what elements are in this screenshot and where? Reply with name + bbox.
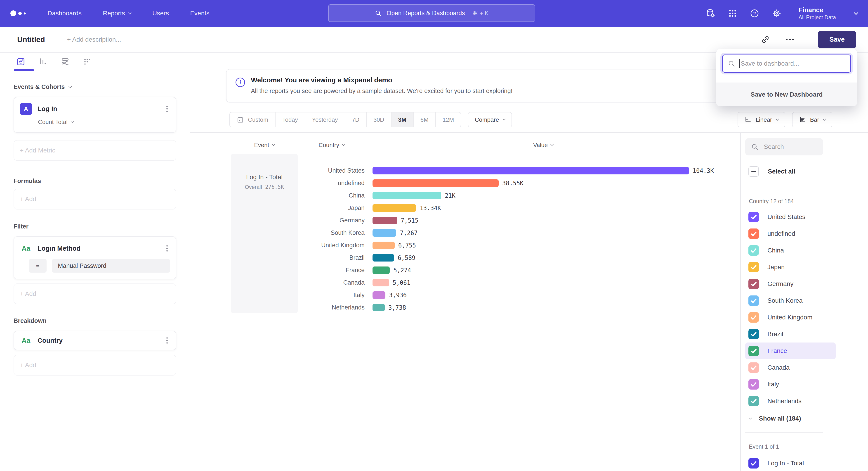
country-label: Brazil	[298, 254, 366, 261]
country-legend-item[interactable]: Canada	[745, 359, 836, 376]
data-management-icon[interactable]	[706, 8, 715, 18]
value-bar[interactable]	[373, 217, 397, 224]
filter-value[interactable]: Manual Password	[52, 259, 170, 273]
breakdown-card[interactable]: Aa Country	[13, 331, 176, 350]
save-to-new-dashboard-button[interactable]: Save to New Dashboard	[716, 83, 857, 106]
nav-item[interactable]: Reports	[103, 10, 131, 17]
date-range-segment[interactable]: 6M	[413, 112, 435, 127]
aggregation-selector[interactable]: Count Total	[38, 119, 170, 125]
kebab-menu-icon[interactable]	[166, 108, 168, 110]
scale-selector[interactable]: Linear	[738, 112, 785, 127]
country-checkbox[interactable]	[748, 279, 759, 289]
country-checkbox[interactable]	[748, 229, 759, 239]
country-checkbox[interactable]	[748, 379, 759, 389]
kebab-menu-icon[interactable]	[166, 340, 168, 341]
country-checkbox[interactable]	[748, 396, 759, 406]
events-cohorts-header[interactable]: Events & Cohorts	[13, 84, 176, 90]
tab-retention-icon[interactable]	[83, 57, 92, 66]
project-switcher[interactable]: Finance All Project Data	[799, 6, 836, 21]
value-bar[interactable]	[373, 291, 385, 299]
chevron-down-icon	[550, 143, 554, 146]
select-all-row[interactable]: Select all	[745, 166, 868, 177]
country-checkbox[interactable]	[748, 295, 759, 306]
country-legend-item[interactable]: United States	[745, 209, 836, 225]
country-checkbox[interactable]	[748, 245, 759, 256]
column-header-value[interactable]: Value	[373, 142, 714, 149]
report-title[interactable]: Untitled	[17, 35, 45, 44]
info-icon: i	[236, 78, 245, 87]
chart-type-selector[interactable]: Bar	[792, 112, 832, 127]
check-icon	[751, 381, 756, 387]
country-legend-item[interactable]: France	[745, 343, 836, 359]
add-description-field[interactable]: + Add description...	[67, 36, 121, 43]
value-bar[interactable]	[373, 229, 396, 237]
country-legend-item[interactable]: Japan	[745, 259, 836, 275]
value-bar[interactable]	[373, 279, 389, 286]
date-range-segment[interactable]: 7D	[345, 112, 366, 127]
value-bar[interactable]	[373, 266, 390, 274]
global-search[interactable]: Open Reports & Dashboards ⌘ + K	[328, 4, 535, 22]
value-bar[interactable]	[373, 167, 689, 174]
country-legend-item[interactable]: undefined	[745, 225, 836, 242]
value-bar[interactable]	[373, 179, 499, 187]
nav-item[interactable]: Dashboards	[48, 10, 82, 17]
event-checkbox[interactable]	[748, 458, 759, 469]
country-checkbox[interactable]	[748, 362, 759, 373]
country-checkbox[interactable]	[748, 346, 759, 356]
chart-row: Japan 13.34K	[298, 202, 740, 214]
metric-card[interactable]: A Log In Count Total	[13, 97, 176, 133]
help-icon[interactable]: ?	[750, 8, 759, 18]
value-label: 6,755	[398, 242, 416, 249]
mixpanel-logo-icon[interactable]	[10, 10, 26, 16]
compare-button[interactable]: Compare	[468, 112, 512, 127]
country-legend-item[interactable]: China	[745, 242, 836, 259]
chevron-down-icon[interactable]	[854, 10, 858, 15]
show-all-toggle[interactable]: Show all (184)	[745, 415, 868, 422]
tab-flows-icon[interactable]	[61, 57, 70, 66]
country-legend-item[interactable]: Netherlands	[745, 393, 836, 409]
value-bar[interactable]	[373, 242, 395, 249]
apps-grid-icon[interactable]	[728, 9, 737, 18]
settings-gear-icon[interactable]	[772, 8, 781, 18]
more-options-icon[interactable]	[789, 39, 791, 40]
copy-link-icon[interactable]	[761, 35, 770, 44]
nav-item[interactable]: Users	[152, 10, 169, 17]
save-button[interactable]: Save	[818, 31, 856, 48]
tab-funnels-icon[interactable]	[38, 57, 48, 66]
date-range-segment[interactable]: 30D	[366, 112, 391, 127]
date-range-segment[interactable]: Yesterday	[305, 112, 345, 127]
value-bar[interactable]	[373, 192, 441, 199]
column-header-country[interactable]: Country	[298, 142, 366, 149]
country-checkbox[interactable]	[748, 329, 759, 339]
country-checkbox[interactable]	[748, 262, 759, 272]
select-all-checkbox[interactable]	[748, 166, 759, 177]
date-range-custom[interactable]: Custom	[230, 112, 275, 127]
value-bar[interactable]	[373, 204, 416, 212]
nav-item[interactable]: Events	[190, 10, 210, 17]
tab-insights-icon[interactable]	[16, 57, 25, 66]
legend-search-input[interactable]: Search	[745, 138, 823, 155]
value-bar[interactable]	[373, 254, 394, 262]
add-breakdown-button[interactable]: + Add	[13, 355, 176, 376]
filter-card[interactable]: Aa Login Method = Manual Password	[13, 236, 176, 279]
kebab-menu-icon[interactable]	[166, 248, 168, 249]
date-range-segment[interactable]: 12M	[435, 112, 461, 127]
country-checkbox[interactable]	[748, 212, 759, 222]
date-range-segment[interactable]: Today	[275, 112, 305, 127]
country-legend-item[interactable]: Germany	[745, 275, 836, 292]
add-filter-button[interactable]: + Add	[13, 284, 176, 304]
date-range-segment[interactable]: 3M	[391, 112, 413, 127]
check-icon	[751, 364, 756, 370]
column-header-event[interactable]: Event	[231, 142, 298, 149]
add-formula-button[interactable]: + Add	[13, 189, 176, 209]
country-legend-item[interactable]: Italy	[745, 376, 836, 393]
country-legend-item[interactable]: Brazil	[745, 326, 836, 343]
country-legend-item[interactable]: United Kingdom	[745, 309, 836, 326]
country-checkbox[interactable]	[748, 312, 759, 323]
event-legend-item[interactable]: Log In - Total	[745, 455, 836, 471]
country-legend-item[interactable]: South Korea	[745, 292, 836, 309]
save-to-dashboard-input[interactable]: Save to dashboard...	[722, 55, 851, 72]
value-bar[interactable]	[373, 304, 385, 311]
add-metric-button[interactable]: + Add Metric	[13, 140, 176, 161]
filter-operator[interactable]: =	[29, 259, 46, 273]
